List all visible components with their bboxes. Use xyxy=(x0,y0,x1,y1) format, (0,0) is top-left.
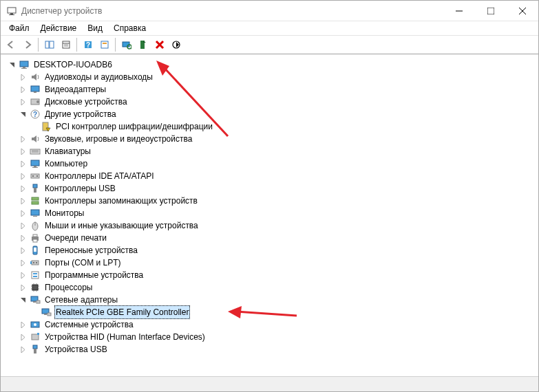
show-hide-tree-button[interactable] xyxy=(41,37,57,52)
tree-category[interactable]: Дисковые устройства xyxy=(6,96,536,108)
node-label: DESKTOP-IUOADB6 xyxy=(32,58,114,71)
node-label: Сетевые адаптеры xyxy=(43,294,119,306)
svg-rect-49 xyxy=(33,184,37,188)
svg-rect-15 xyxy=(101,41,108,48)
svg-point-47 xyxy=(32,175,34,177)
add-legacy-button[interactable] xyxy=(135,37,151,52)
svg-rect-26 xyxy=(20,61,28,67)
expand-icon[interactable] xyxy=(17,146,28,157)
expand-icon[interactable] xyxy=(17,282,28,293)
tree-category[interactable]: Контроллеры IDE ATA/ATAPI xyxy=(6,170,536,182)
tree-category[interactable]: Контроллеры USB xyxy=(6,182,536,195)
svg-rect-82 xyxy=(44,314,47,315)
svg-rect-58 xyxy=(33,235,37,237)
back-button[interactable] xyxy=(3,37,19,52)
expand-icon[interactable] xyxy=(17,319,28,330)
menu-view[interactable]: Вид xyxy=(82,22,108,34)
node-label: Переносные устройства xyxy=(43,244,139,257)
tree-device[interactable]: !PCI контроллер шифрации/дешифрации xyxy=(6,120,536,133)
expand-icon[interactable] xyxy=(17,344,28,355)
expand-icon[interactable] xyxy=(17,72,28,83)
node-label: Устройства HID (Human Interface Devices) xyxy=(43,331,207,343)
expand-icon[interactable] xyxy=(17,84,28,95)
expand-icon[interactable] xyxy=(17,245,28,256)
tree-category[interactable]: Порты (COM и LPT) xyxy=(6,257,536,269)
tree-category[interactable]: Мониторы xyxy=(6,207,536,219)
device-tree[interactable]: DESKTOP-IUOADB6Аудиовходы и аудиовыходыВ… xyxy=(1,54,538,376)
tree-category[interactable]: Устройства HID (Human Interface Devices) xyxy=(6,331,536,343)
tree-category[interactable]: Контроллеры запоминающих устройств xyxy=(6,195,536,207)
forward-button[interactable] xyxy=(19,37,35,52)
svg-rect-1 xyxy=(10,13,13,14)
software-icon xyxy=(30,270,41,281)
tree-category[interactable]: Мыши и иные указывающие устройства xyxy=(6,219,536,232)
expand-icon[interactable] xyxy=(17,158,28,169)
svg-rect-62 xyxy=(32,261,39,265)
expand-icon[interactable] xyxy=(17,133,28,144)
node-label: Порты (COM и LPT) xyxy=(43,257,123,269)
menu-action[interactable]: Действие xyxy=(35,22,83,34)
usb-icon xyxy=(30,344,41,355)
svg-text:!: ! xyxy=(47,127,48,131)
expand-icon[interactable] xyxy=(17,331,28,342)
tree-category[interactable]: Компьютер xyxy=(6,157,536,170)
tree-category[interactable]: Очереди печати xyxy=(6,232,536,244)
printer-icon xyxy=(30,232,41,243)
svg-rect-83 xyxy=(47,313,51,316)
svg-rect-46 xyxy=(31,174,39,178)
svg-rect-53 xyxy=(31,210,39,215)
tree-category[interactable]: Программные устройства xyxy=(6,269,536,281)
menu-file[interactable]: Файл xyxy=(3,22,35,34)
svg-rect-89 xyxy=(34,349,36,353)
tree-root[interactable]: DESKTOP-IUOADB6 xyxy=(6,58,536,71)
action-button[interactable] xyxy=(96,37,112,52)
tree-category[interactable]: Клавиатуры xyxy=(6,145,536,157)
maximize-button[interactable] xyxy=(475,1,507,21)
svg-rect-27 xyxy=(23,67,25,68)
uninstall-button[interactable] xyxy=(151,37,167,52)
menu-help[interactable]: Справка xyxy=(108,22,151,34)
node-label: Realtek PCIe GBE Family Controller xyxy=(54,305,190,319)
menubar: Файл Действие Вид Справка xyxy=(1,21,538,35)
tree-category[interactable]: Процессоры xyxy=(6,281,536,294)
cpu-icon xyxy=(30,282,41,293)
tree-category[interactable]: Переносные устройства xyxy=(6,244,536,257)
expand-icon[interactable] xyxy=(17,270,28,281)
expand-icon[interactable] xyxy=(17,195,28,206)
expand-icon[interactable] xyxy=(17,232,28,243)
computer-icon xyxy=(30,158,41,169)
collapse-icon[interactable] xyxy=(17,294,28,305)
toolbar-separator xyxy=(38,38,39,52)
tree-category[interactable]: Аудиовходы и аудиовыходы xyxy=(6,71,536,83)
expand-icon[interactable] xyxy=(17,171,28,182)
tree-category[interactable]: Звуковые, игровые и видеоустройства xyxy=(6,133,536,145)
expand-icon[interactable] xyxy=(17,220,28,231)
expand-icon[interactable] xyxy=(17,208,28,219)
svg-rect-88 xyxy=(33,345,37,349)
svg-point-64 xyxy=(36,262,37,263)
collapse-icon[interactable] xyxy=(17,109,28,120)
node-label: Устройства USB xyxy=(43,343,109,356)
tree-category[interactable]: ?Другие устройства xyxy=(6,108,536,120)
update-driver-button[interactable] xyxy=(168,37,184,52)
tree-category[interactable]: Системные устройства xyxy=(6,318,536,331)
tree-category[interactable]: Видеоадаптеры xyxy=(6,83,536,96)
svg-text:?: ? xyxy=(33,111,37,118)
tree-device[interactable]: Realtek PCIe GBE Family Controller xyxy=(6,306,536,318)
expand-icon[interactable] xyxy=(17,257,28,268)
svg-rect-2 xyxy=(9,14,14,15)
svg-rect-31 xyxy=(34,91,36,93)
scan-hardware-button[interactable] xyxy=(118,37,134,52)
close-button[interactable] xyxy=(507,1,538,21)
svg-rect-30 xyxy=(31,86,39,91)
node-label: Очереди печати xyxy=(43,232,108,244)
help-button[interactable]: ? xyxy=(80,37,96,52)
expand-icon[interactable] xyxy=(17,96,28,107)
tree-category[interactable]: Сетевые адаптеры xyxy=(6,294,536,306)
system-icon xyxy=(30,319,41,330)
properties-button[interactable] xyxy=(58,37,74,52)
minimize-button[interactable] xyxy=(443,1,475,21)
expand-icon[interactable] xyxy=(17,183,28,194)
tree-category[interactable]: Устройства USB xyxy=(6,343,536,356)
collapse-icon[interactable] xyxy=(6,59,17,70)
